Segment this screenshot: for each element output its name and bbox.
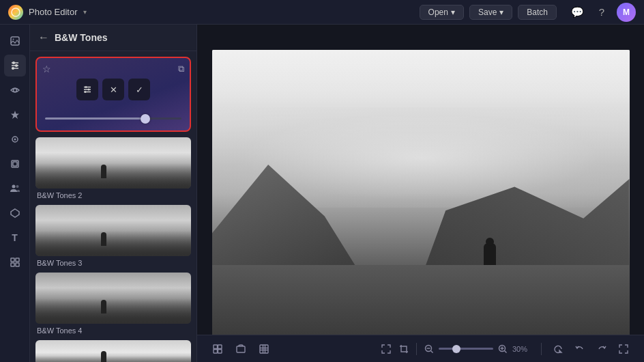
- svg-marker-10: [11, 111, 19, 119]
- effects-icon[interactable]: [4, 104, 26, 126]
- svg-point-24: [88, 89, 90, 91]
- zoom-in-button[interactable]: [495, 341, 511, 357]
- zoom-controls: 30%: [378, 341, 534, 357]
- chat-icon[interactable]: 💬: [568, 3, 587, 22]
- svg-point-15: [12, 185, 15, 189]
- filter-card-active[interactable]: ☆ ⧉ ✕ ✓: [35, 57, 191, 132]
- svg-point-9: [13, 89, 16, 92]
- svg-point-16: [16, 185, 18, 188]
- svg-point-22: [85, 86, 87, 88]
- right-action-icons: [548, 339, 633, 359]
- filter-item-bw2[interactable]: B&W Tones 2: [35, 137, 191, 199]
- eye-icon[interactable]: [4, 79, 26, 101]
- filter-title: B&W Tones: [55, 32, 188, 43]
- redo-icon[interactable]: [592, 339, 611, 359]
- filter-item-bw3[interactable]: B&W Tones 3: [35, 205, 191, 267]
- filter-label-bw3: B&W Tones 3: [35, 259, 191, 267]
- fit-screen-button[interactable]: [378, 341, 394, 357]
- svg-rect-20: [16, 263, 19, 266]
- open-button[interactable]: Open ▾: [420, 5, 464, 20]
- zoom-slider[interactable]: [439, 348, 493, 350]
- image-icon[interactable]: [4, 30, 26, 52]
- canvas-image: [212, 50, 630, 337]
- zoom-out-button[interactable]: [421, 341, 437, 357]
- people-icon[interactable]: [4, 178, 26, 199]
- filter-header: ← B&W Tones: [30, 25, 196, 51]
- canvas-area: 30%: [197, 25, 644, 362]
- mask-bt-icon[interactable]: [231, 339, 250, 359]
- canvas-image-wrap: [212, 50, 630, 337]
- svg-rect-29: [214, 349, 218, 353]
- filter-panel: ← B&W Tones ☆ ⧉ ✕ ✓: [30, 25, 197, 362]
- svg-line-41: [505, 350, 507, 352]
- topbar-icons: 💬 ? M: [568, 3, 636, 22]
- layers-icon[interactable]: [4, 153, 26, 175]
- copy-icon[interactable]: ⧉: [178, 64, 184, 74]
- export-icon[interactable]: [4, 251, 26, 273]
- svg-point-6: [15, 64, 18, 67]
- svg-point-4: [12, 61, 15, 64]
- app-title: Photo Editor: [29, 7, 78, 17]
- svg-rect-31: [237, 346, 245, 352]
- svg-rect-17: [11, 258, 14, 262]
- svg-line-38: [431, 350, 433, 352]
- svg-point-12: [14, 139, 16, 141]
- grid-bt-icon[interactable]: [254, 339, 274, 359]
- topbar: Photo Editor ▾ Open ▾ Save ▾ Batch 💬 ? M: [0, 0, 644, 25]
- text-icon[interactable]: T: [4, 227, 26, 249]
- undo-icon[interactable]: [570, 339, 589, 359]
- svg-rect-32: [260, 345, 268, 353]
- fullscreen-icon[interactable]: [614, 339, 633, 359]
- bottom-toolbar: 30%: [197, 335, 644, 362]
- user-avatar[interactable]: M: [617, 3, 636, 22]
- filter-confirm-button[interactable]: ✓: [128, 79, 150, 100]
- star-icon[interactable]: ☆: [42, 64, 51, 74]
- filter-label-bw2: B&W Tones 2: [35, 191, 191, 199]
- svg-rect-14: [13, 162, 17, 166]
- layers-bt-icon[interactable]: [208, 339, 227, 359]
- brush-icon[interactable]: [4, 128, 26, 150]
- filter-item-bw4[interactable]: B&W Tones 4: [35, 273, 191, 335]
- title-chevron[interactable]: ▾: [83, 8, 87, 16]
- sliders-icon[interactable]: [4, 55, 26, 76]
- filter-items-list: ☆ ⧉ ✕ ✓: [30, 51, 196, 362]
- svg-rect-19: [11, 263, 14, 266]
- shape-icon[interactable]: [4, 202, 26, 224]
- svg-point-8: [12, 67, 14, 70]
- svg-point-2: [12, 39, 14, 40]
- svg-point-26: [85, 91, 87, 93]
- left-sidebar: T: [0, 25, 30, 362]
- crop-button[interactable]: [396, 341, 412, 357]
- back-button[interactable]: ←: [38, 31, 49, 44]
- rotate-cw-icon[interactable]: [548, 339, 568, 359]
- svg-rect-28: [218, 345, 222, 349]
- filter-label-bw4: B&W Tones 4: [35, 326, 191, 335]
- save-button[interactable]: Save ▾: [469, 5, 512, 20]
- filter-item-bw5[interactable]: [35, 340, 191, 362]
- svg-rect-18: [16, 258, 19, 262]
- app-logo[interactable]: [8, 5, 23, 20]
- filter-strength-slider[interactable]: [45, 117, 181, 120]
- batch-button[interactable]: Batch: [518, 5, 557, 20]
- svg-rect-30: [218, 349, 222, 353]
- zoom-label: 30%: [512, 345, 534, 353]
- help-icon[interactable]: ?: [592, 3, 611, 22]
- filter-cancel-button[interactable]: ✕: [102, 79, 124, 100]
- filter-settings-button[interactable]: [76, 79, 98, 100]
- svg-rect-27: [214, 345, 218, 349]
- main-area: T ← B&W Tones ☆ ⧉ ✕: [0, 25, 644, 362]
